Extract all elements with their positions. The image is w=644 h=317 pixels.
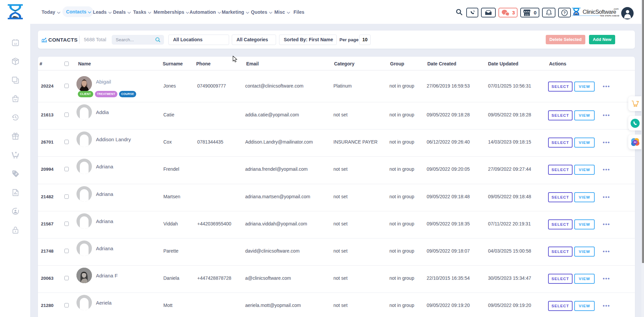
svg-text:?: ? bbox=[563, 10, 566, 15]
svg-text:.com: .com bbox=[613, 7, 619, 10]
svg-text:12: 12 bbox=[14, 42, 17, 45]
svg-text:ClinicSoftware: ClinicSoftware bbox=[583, 9, 616, 15]
svg-text:AI: AI bbox=[634, 141, 636, 144]
svg-text:TEN STEPS AHEAD: TEN STEPS AHEAD bbox=[600, 15, 620, 17]
